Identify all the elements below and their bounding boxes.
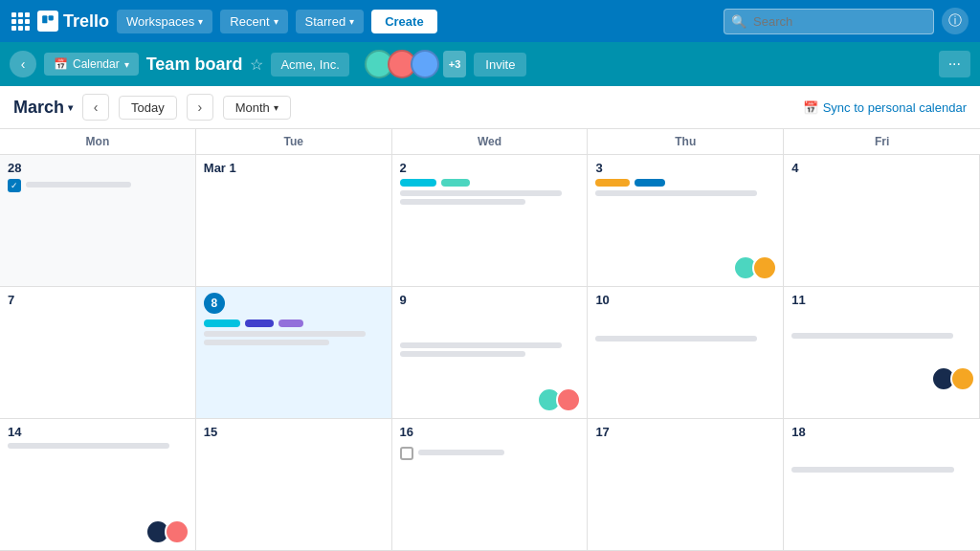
event-chips xyxy=(595,179,775,187)
avatar-sm xyxy=(165,519,189,544)
day-number: 10 xyxy=(595,293,775,307)
calendar-view-button[interactable]: 📅 Calendar ▾ xyxy=(44,53,139,76)
calendar-day-2[interactable]: 2 xyxy=(392,155,589,287)
calendar-day-10[interactable]: 10 xyxy=(588,287,784,419)
calendar-grid: Mon Tue Wed Thu Fri 28 ✓ Mar 1 2 xyxy=(0,129,980,551)
chevron-down-icon: ▾ xyxy=(124,59,129,70)
checkbox-done[interactable]: ✓ xyxy=(8,179,21,192)
calendar-body: 28 ✓ Mar 1 2 xyxy=(0,155,980,551)
today-button[interactable]: Today xyxy=(119,96,177,120)
avatar-sm xyxy=(950,366,975,391)
recent-button[interactable]: Recent ▾ xyxy=(220,10,287,33)
invite-button[interactable]: Invite xyxy=(474,53,526,77)
event-bar xyxy=(400,342,562,348)
calendar-day-16[interactable]: 16 xyxy=(392,419,589,551)
chevron-down-icon: ▾ xyxy=(274,102,278,113)
starred-label: Starred xyxy=(305,14,346,29)
calendar-day-15[interactable]: 15 xyxy=(196,419,392,551)
checkbox-empty[interactable] xyxy=(400,447,413,460)
starred-button[interactable]: Starred ▾ xyxy=(296,10,365,33)
calendar-day-7[interactable]: 7 xyxy=(0,287,196,419)
day-number: 18 xyxy=(791,425,972,439)
event-bar xyxy=(418,450,504,455)
trello-wordmark: Trello xyxy=(63,11,109,32)
event-chips xyxy=(204,320,384,327)
board-title: Team board xyxy=(146,55,243,75)
event-chip-purple xyxy=(278,320,303,327)
avatars-group xyxy=(145,519,189,544)
calendar-day-18[interactable]: 18 xyxy=(784,419,980,551)
calendar-day-28[interactable]: 28 ✓ xyxy=(0,155,196,287)
event-bar xyxy=(595,336,757,342)
view-label: Calendar xyxy=(73,57,120,71)
calendar-day-8[interactable]: 8 xyxy=(196,287,392,419)
calendar-day-3[interactable]: 3 xyxy=(588,155,784,287)
prev-month-button[interactable]: ‹ xyxy=(82,94,109,121)
day-number: 17 xyxy=(595,425,775,439)
avatar-sm xyxy=(752,255,777,280)
avatars-group: +3 xyxy=(365,50,467,78)
trello-logo-box xyxy=(37,11,58,32)
day-number: Mar 1 xyxy=(204,161,384,175)
avatars-group xyxy=(931,366,975,391)
event-chips xyxy=(400,179,580,187)
day-number: 15 xyxy=(204,425,384,439)
event-bar xyxy=(595,190,757,196)
board-bar: ‹ 📅 Calendar ▾ Team board ☆ Acme, Inc. +… xyxy=(0,42,980,86)
view-label: Month xyxy=(235,100,270,115)
event-bar xyxy=(791,467,954,473)
next-month-button[interactable]: › xyxy=(187,94,213,121)
header-tue: Tue xyxy=(196,129,392,154)
calendar-toolbar: March ▾ ‹ Today › Month ▾ 📅 Sync to pers… xyxy=(0,86,980,129)
create-button[interactable]: Create xyxy=(371,10,436,33)
search-input[interactable] xyxy=(724,9,934,34)
calendar-day-9[interactable]: 9 xyxy=(392,287,589,419)
avatar[interactable] xyxy=(411,50,439,78)
calendar-day-11[interactable]: 11 xyxy=(784,287,980,419)
event-chip-cyan xyxy=(204,320,240,327)
calendar-sync-icon: 📅 xyxy=(803,100,818,115)
calendar-day-17[interactable]: 17 xyxy=(588,419,784,551)
month-title: March ▾ xyxy=(13,98,73,118)
header-wed: Wed xyxy=(392,129,589,154)
avatar-count[interactable]: +3 xyxy=(443,51,467,77)
event-chip-blue xyxy=(635,179,665,187)
day-number: 11 xyxy=(791,293,971,307)
avatars-group xyxy=(537,387,581,412)
day-number: 7 xyxy=(8,293,188,307)
sidebar-toggle-button[interactable]: ‹ xyxy=(10,51,36,77)
grid-icon[interactable] xyxy=(11,12,30,31)
trello-icon xyxy=(41,14,55,28)
day-number: 9 xyxy=(400,293,580,307)
event-bar xyxy=(8,443,169,449)
top-nav: Trello Workspaces ▾ Recent ▾ Starred ▾ C… xyxy=(0,0,980,42)
search-wrapper: 🔍 xyxy=(724,9,934,34)
board-bar-left: ‹ 📅 Calendar ▾ Team board ☆ Acme, Inc. +… xyxy=(10,50,526,78)
info-button[interactable]: ⓘ xyxy=(942,8,969,34)
more-options-button[interactable]: ··· xyxy=(939,51,970,77)
avatars-group xyxy=(733,255,777,280)
workspaces-label: Workspaces xyxy=(126,14,194,29)
calendar-header-row: Mon Tue Wed Thu Fri xyxy=(0,129,980,155)
workspace-button[interactable]: Acme, Inc. xyxy=(271,53,348,77)
avatar-sm xyxy=(556,387,581,412)
workspaces-button[interactable]: Workspaces ▾ xyxy=(117,10,212,33)
day-number: 3 xyxy=(595,161,775,175)
chevron-down-icon: ▾ xyxy=(198,16,203,27)
event-bar xyxy=(400,190,562,196)
chevron-down-icon: ▾ xyxy=(349,16,354,27)
star-button[interactable]: ☆ xyxy=(250,55,263,74)
day-number: 2 xyxy=(400,161,580,175)
calendar-day-14[interactable]: 14 xyxy=(0,419,196,551)
event-chip-yellow xyxy=(595,179,630,187)
recent-label: Recent xyxy=(230,14,269,29)
event-bar xyxy=(791,333,953,339)
calendar-day-mar1[interactable]: Mar 1 xyxy=(196,155,392,287)
calendar-day-4[interactable]: 4 xyxy=(784,155,980,287)
event-chip-teal xyxy=(441,179,470,187)
event-bar xyxy=(400,351,525,357)
day-number: 16 xyxy=(400,425,580,439)
event-bar xyxy=(26,182,131,187)
sync-button[interactable]: 📅 Sync to personal calendar xyxy=(803,100,967,115)
month-view-button[interactable]: Month ▾ xyxy=(223,96,291,120)
